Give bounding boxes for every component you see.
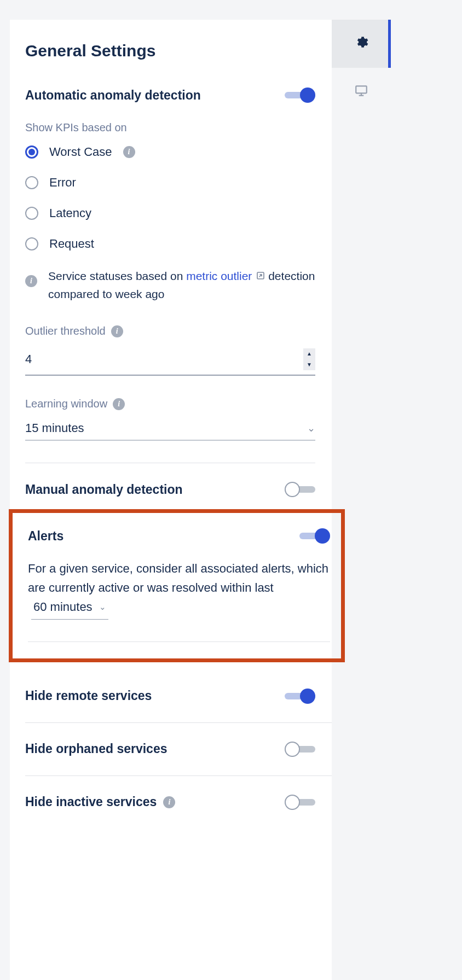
radio-input[interactable]: [25, 237, 38, 250]
auto-anomaly-toggle[interactable]: [285, 88, 315, 103]
settings-rail-button[interactable]: [332, 20, 391, 68]
learning-window-value: 15 minutes: [25, 421, 307, 435]
alerts-title: Alerts: [28, 529, 63, 544]
radio-label: Worst Case: [49, 145, 112, 159]
radio-label: Request: [49, 237, 94, 251]
chevron-down-icon: ⌄: [99, 600, 106, 614]
status-note: i Service statuses based on metric outli…: [25, 267, 315, 303]
hide-remote-toggle[interactable]: [285, 689, 315, 704]
radio-input[interactable]: [25, 176, 38, 189]
number-stepper[interactable]: ▲ ▼: [303, 348, 315, 370]
side-rail: [332, 20, 391, 980]
section-auto-anomaly: Automatic anomaly detection Show KPIs ba…: [25, 88, 332, 497]
auto-anomaly-title: Automatic anomaly detection: [25, 88, 201, 103]
external-link-icon: [256, 267, 265, 285]
outlier-threshold-input[interactable]: 4 ▲ ▼: [25, 344, 315, 376]
alerts-window-value: 60 minutes: [33, 597, 93, 616]
chevron-down-icon: ⌄: [307, 422, 315, 434]
outlier-value: 4: [25, 352, 303, 366]
radio-worst-case[interactable]: Worst Case i: [25, 145, 315, 159]
manual-anomaly-title: Manual anomaly detection: [25, 482, 183, 497]
learning-window-select[interactable]: 15 minutes ⌄: [25, 417, 315, 441]
divider: [28, 641, 330, 642]
alerts-window-select[interactable]: 60 minutes ⌄: [31, 597, 108, 619]
step-down-icon[interactable]: ▼: [307, 362, 312, 368]
radio-error[interactable]: Error: [25, 176, 315, 190]
radio-label: Latency: [49, 206, 91, 220]
hide-inactive-label: Hide inactive services i: [25, 795, 175, 809]
radio-label: Error: [49, 176, 76, 190]
hide-inactive-row: Hide inactive services i: [25, 776, 332, 829]
manual-anomaly-toggle[interactable]: [285, 482, 315, 497]
hide-remote-row: Hide remote services: [25, 674, 332, 723]
page-title: General Settings: [25, 42, 332, 60]
hide-orphaned-label: Hide orphaned services: [25, 742, 168, 756]
kpi-basis-label: Show KPIs based on: [25, 121, 315, 134]
info-icon[interactable]: i: [111, 325, 123, 337]
monitor-icon: [354, 84, 368, 100]
alerts-description: For a given service, consider all associ…: [28, 559, 330, 620]
radio-input[interactable]: [25, 207, 38, 220]
info-icon[interactable]: i: [123, 146, 135, 158]
hide-orphaned-toggle[interactable]: [285, 742, 315, 757]
hide-orphaned-row: Hide orphaned services: [25, 723, 332, 776]
info-icon[interactable]: i: [113, 398, 125, 410]
outlier-threshold-label: Outlier threshold i: [25, 325, 315, 337]
radio-latency[interactable]: Latency: [25, 206, 315, 220]
learning-window-label: Learning window i: [25, 398, 315, 410]
hide-remote-label: Hide remote services: [25, 689, 152, 703]
metric-outlier-link[interactable]: metric outlier: [186, 270, 252, 282]
kpi-radio-group: Worst Case i Error Latency Request: [25, 145, 315, 251]
info-icon[interactable]: i: [25, 275, 37, 287]
alerts-highlight-box: Alerts For a given service, consider all…: [9, 509, 345, 662]
radio-input[interactable]: [25, 145, 38, 159]
step-up-icon[interactable]: ▲: [307, 351, 312, 357]
gear-icon: [354, 35, 368, 53]
svg-rect-1: [356, 86, 367, 93]
divider: [25, 463, 315, 463]
settings-panel: General Settings Automatic anomaly detec…: [10, 20, 332, 980]
alerts-toggle[interactable]: [299, 528, 330, 544]
info-icon[interactable]: i: [163, 796, 175, 808]
status-note-prefix: Service statuses based on: [48, 270, 186, 282]
monitor-rail-button[interactable]: [332, 68, 391, 116]
radio-request[interactable]: Request: [25, 237, 315, 251]
hide-inactive-toggle[interactable]: [285, 795, 315, 810]
